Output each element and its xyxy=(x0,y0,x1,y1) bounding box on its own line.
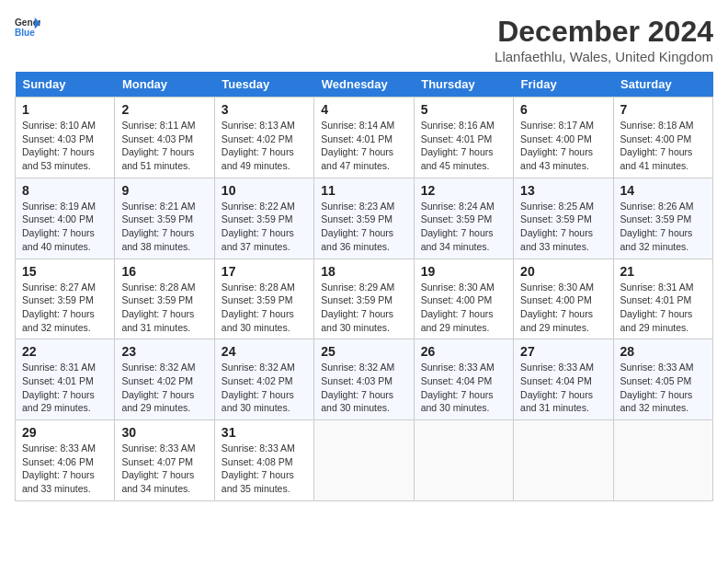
cell-info: Sunrise: 8:19 AMSunset: 4:00 PMDaylight:… xyxy=(22,200,108,254)
calendar-cell: 26Sunrise: 8:33 AMSunset: 4:04 PMDayligh… xyxy=(414,339,513,420)
day-number: 12 xyxy=(421,183,506,198)
day-number: 29 xyxy=(22,425,108,440)
day-header-saturday: Saturday xyxy=(613,72,712,98)
calendar-cell: 27Sunrise: 8:33 AMSunset: 4:04 PMDayligh… xyxy=(514,339,613,420)
day-number: 24 xyxy=(222,344,307,359)
calendar-table: SundayMondayTuesdayWednesdayThursdayFrid… xyxy=(15,72,713,501)
day-number: 3 xyxy=(222,102,307,117)
cell-info: Sunrise: 8:10 AMSunset: 4:03 PMDaylight:… xyxy=(22,119,108,173)
day-number: 6 xyxy=(520,102,606,117)
calendar-cell: 22Sunrise: 8:31 AMSunset: 4:01 PMDayligh… xyxy=(16,339,115,420)
day-number: 14 xyxy=(620,183,706,198)
calendar-cell: 15Sunrise: 8:27 AMSunset: 3:59 PMDayligh… xyxy=(16,259,115,339)
calendar-cell: 1Sunrise: 8:10 AMSunset: 4:03 PMDaylight… xyxy=(16,98,115,178)
cell-info: Sunrise: 8:30 AMSunset: 4:00 PMDaylight:… xyxy=(421,281,506,335)
calendar-cell: 10Sunrise: 8:22 AMSunset: 3:59 PMDayligh… xyxy=(214,178,313,259)
calendar-cell: 9Sunrise: 8:21 AMSunset: 3:59 PMDaylight… xyxy=(115,178,214,259)
calendar-week-4: 22Sunrise: 8:31 AMSunset: 4:01 PMDayligh… xyxy=(16,339,713,420)
cell-info: Sunrise: 8:33 AMSunset: 4:04 PMDaylight:… xyxy=(421,361,506,415)
day-header-thursday: Thursday xyxy=(414,72,513,98)
day-number: 10 xyxy=(222,183,307,198)
cell-info: Sunrise: 8:29 AMSunset: 3:59 PMDaylight:… xyxy=(321,281,406,335)
calendar-cell: 28Sunrise: 8:33 AMSunset: 4:05 PMDayligh… xyxy=(613,339,712,420)
day-number: 19 xyxy=(421,264,506,279)
day-number: 16 xyxy=(121,264,207,279)
main-title: December 2024 xyxy=(495,15,713,49)
day-number: 2 xyxy=(121,102,207,117)
calendar-cell: 8Sunrise: 8:19 AMSunset: 4:00 PMDaylight… xyxy=(16,178,115,259)
cell-info: Sunrise: 8:16 AMSunset: 4:01 PMDaylight:… xyxy=(421,119,506,173)
calendar-cell: 23Sunrise: 8:32 AMSunset: 4:02 PMDayligh… xyxy=(115,339,214,420)
day-number: 31 xyxy=(222,425,307,440)
calendar-cell: 12Sunrise: 8:24 AMSunset: 3:59 PMDayligh… xyxy=(414,178,513,259)
day-header-wednesday: Wednesday xyxy=(314,72,414,98)
cell-info: Sunrise: 8:32 AMSunset: 4:03 PMDaylight:… xyxy=(321,361,406,415)
cell-info: Sunrise: 8:27 AMSunset: 3:59 PMDaylight:… xyxy=(22,281,108,335)
calendar-cell: 13Sunrise: 8:25 AMSunset: 3:59 PMDayligh… xyxy=(514,178,613,259)
calendar-cell: 2Sunrise: 8:11 AMSunset: 4:03 PMDaylight… xyxy=(115,98,214,178)
cell-info: Sunrise: 8:26 AMSunset: 3:59 PMDaylight:… xyxy=(620,200,706,254)
calendar-cell: 11Sunrise: 8:23 AMSunset: 3:59 PMDayligh… xyxy=(314,178,414,259)
day-number: 25 xyxy=(321,344,406,359)
calendar-week-1: 1Sunrise: 8:10 AMSunset: 4:03 PMDaylight… xyxy=(16,98,713,178)
calendar-cell: 24Sunrise: 8:32 AMSunset: 4:02 PMDayligh… xyxy=(214,339,313,420)
day-number: 30 xyxy=(121,425,207,440)
calendar-cell: 7Sunrise: 8:18 AMSunset: 4:00 PMDaylight… xyxy=(613,98,712,178)
calendar-cell: 20Sunrise: 8:30 AMSunset: 4:00 PMDayligh… xyxy=(514,259,613,339)
day-header-friday: Friday xyxy=(514,72,613,98)
cell-info: Sunrise: 8:24 AMSunset: 3:59 PMDaylight:… xyxy=(421,200,506,254)
title-area: December 2024 Llanfaethlu, Wales, United… xyxy=(495,15,713,64)
day-number: 20 xyxy=(520,264,606,279)
calendar-cell: 17Sunrise: 8:28 AMSunset: 3:59 PMDayligh… xyxy=(214,259,313,339)
day-number: 26 xyxy=(421,344,506,359)
cell-info: Sunrise: 8:32 AMSunset: 4:02 PMDaylight:… xyxy=(121,361,207,415)
day-number: 1 xyxy=(22,102,108,117)
day-number: 5 xyxy=(421,102,506,117)
day-number: 13 xyxy=(520,183,606,198)
calendar-cell: 30Sunrise: 8:33 AMSunset: 4:07 PMDayligh… xyxy=(115,420,214,501)
calendar-cell: 3Sunrise: 8:13 AMSunset: 4:02 PMDaylight… xyxy=(214,98,313,178)
cell-info: Sunrise: 8:23 AMSunset: 3:59 PMDaylight:… xyxy=(321,200,406,254)
cell-info: Sunrise: 8:33 AMSunset: 4:04 PMDaylight:… xyxy=(520,361,606,415)
day-number: 28 xyxy=(620,344,706,359)
cell-info: Sunrise: 8:32 AMSunset: 4:02 PMDaylight:… xyxy=(222,361,307,415)
day-number: 15 xyxy=(22,264,108,279)
calendar-cell xyxy=(414,420,513,501)
cell-info: Sunrise: 8:11 AMSunset: 4:03 PMDaylight:… xyxy=(121,119,207,173)
calendar-cell: 14Sunrise: 8:26 AMSunset: 3:59 PMDayligh… xyxy=(613,178,712,259)
calendar-cell: 21Sunrise: 8:31 AMSunset: 4:01 PMDayligh… xyxy=(613,259,712,339)
day-number: 17 xyxy=(222,264,307,279)
calendar-cell: 29Sunrise: 8:33 AMSunset: 4:06 PMDayligh… xyxy=(16,420,115,501)
calendar-cell: 4Sunrise: 8:14 AMSunset: 4:01 PMDaylight… xyxy=(314,98,414,178)
calendar-header-row: SundayMondayTuesdayWednesdayThursdayFrid… xyxy=(16,72,713,98)
cell-info: Sunrise: 8:17 AMSunset: 4:00 PMDaylight:… xyxy=(520,119,606,173)
day-number: 11 xyxy=(321,183,406,198)
cell-info: Sunrise: 8:33 AMSunset: 4:07 PMDaylight:… xyxy=(121,442,207,496)
cell-info: Sunrise: 8:33 AMSunset: 4:06 PMDaylight:… xyxy=(22,442,108,496)
cell-info: Sunrise: 8:31 AMSunset: 4:01 PMDaylight:… xyxy=(22,361,108,415)
subtitle: Llanfaethlu, Wales, United Kingdom xyxy=(495,49,713,64)
day-header-tuesday: Tuesday xyxy=(214,72,313,98)
day-number: 8 xyxy=(22,183,108,198)
cell-info: Sunrise: 8:28 AMSunset: 3:59 PMDaylight:… xyxy=(121,281,207,335)
cell-info: Sunrise: 8:21 AMSunset: 3:59 PMDaylight:… xyxy=(121,200,207,254)
day-number: 7 xyxy=(620,102,706,117)
day-number: 21 xyxy=(620,264,706,279)
day-header-sunday: Sunday xyxy=(16,72,115,98)
calendar-body: 1Sunrise: 8:10 AMSunset: 4:03 PMDaylight… xyxy=(16,98,713,501)
header: General Blue December 2024 Llanfaethlu, … xyxy=(15,15,713,64)
day-number: 27 xyxy=(520,344,606,359)
calendar-cell: 19Sunrise: 8:30 AMSunset: 4:00 PMDayligh… xyxy=(414,259,513,339)
cell-info: Sunrise: 8:22 AMSunset: 3:59 PMDaylight:… xyxy=(222,200,307,254)
cell-info: Sunrise: 8:18 AMSunset: 4:00 PMDaylight:… xyxy=(620,119,706,173)
calendar-week-3: 15Sunrise: 8:27 AMSunset: 3:59 PMDayligh… xyxy=(16,259,713,339)
calendar-cell: 25Sunrise: 8:32 AMSunset: 4:03 PMDayligh… xyxy=(314,339,414,420)
cell-info: Sunrise: 8:30 AMSunset: 4:00 PMDaylight:… xyxy=(520,281,606,335)
calendar-cell: 18Sunrise: 8:29 AMSunset: 3:59 PMDayligh… xyxy=(314,259,414,339)
calendar-cell: 31Sunrise: 8:33 AMSunset: 4:08 PMDayligh… xyxy=(214,420,313,501)
calendar-week-2: 8Sunrise: 8:19 AMSunset: 4:00 PMDaylight… xyxy=(16,178,713,259)
day-number: 22 xyxy=(22,344,108,359)
day-number: 4 xyxy=(321,102,406,117)
calendar-cell xyxy=(613,420,712,501)
cell-info: Sunrise: 8:25 AMSunset: 3:59 PMDaylight:… xyxy=(520,200,606,254)
